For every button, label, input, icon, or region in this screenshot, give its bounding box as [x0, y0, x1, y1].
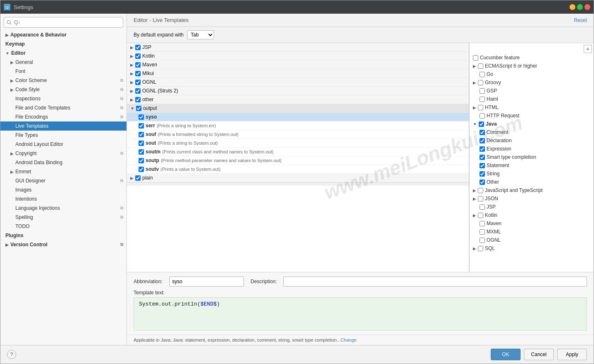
sidebar-item-version-control[interactable]: ▶ Version Control ⧉	[0, 240, 127, 249]
context-item-maven[interactable]: Maven	[470, 219, 594, 228]
context-checkbox-jsp[interactable]	[480, 204, 485, 210]
context-checkbox-ecmascript6[interactable]	[478, 63, 483, 69]
context-item-html[interactable]: ▶ HTML	[470, 103, 594, 112]
context-checkbox-maven[interactable]	[480, 221, 485, 226]
context-item-kotlin[interactable]: ▶ Kotlin	[470, 211, 594, 219]
context-item-other-java[interactable]: Other	[470, 178, 594, 186]
sidebar-item-font[interactable]: Font	[0, 67, 127, 76]
sidebar-item-android-layout-editor[interactable]: Android Layout Editor	[0, 140, 127, 149]
context-item-cucumber[interactable]: Cucumber feature	[470, 43, 594, 62]
context-item-comment[interactable]: Comment	[470, 128, 594, 136]
template-item-syso[interactable]: syso	[127, 113, 469, 121]
template-group-other[interactable]: ▶ other	[127, 95, 469, 104]
sidebar-item-plugins[interactable]: Plugins	[0, 231, 127, 240]
template-checkbox-serr[interactable]	[139, 123, 144, 129]
group-checkbox-ognl-struts2[interactable]	[135, 88, 141, 94]
template-item-souf[interactable]: souf (Prints a formatted string to Syste…	[127, 130, 469, 139]
context-item-javascript-ts[interactable]: ▶ JavaScript and TypeScript	[470, 186, 594, 194]
template-code-area[interactable]: System.out.println($END$)	[134, 297, 587, 330]
help-button[interactable]: ?	[7, 350, 16, 359]
context-item-jsp[interactable]: JSP	[470, 203, 594, 211]
context-checkbox-declaration[interactable]	[480, 138, 485, 143]
sidebar-item-file-types[interactable]: File Types	[0, 131, 127, 140]
template-group-output[interactable]: ▼ output	[127, 104, 469, 113]
apply-button[interactable]: Apply	[557, 349, 587, 360]
sidebar-item-language-injections[interactable]: Language Injections ⧉	[0, 204, 127, 213]
group-checkbox-mlkui[interactable]	[135, 71, 141, 76]
group-checkbox-other[interactable]	[135, 97, 141, 102]
sidebar-item-file-encodings[interactable]: File Encodings ⧉	[0, 112, 127, 121]
template-item-sout[interactable]: sout (Prints a string to System.out)	[127, 139, 469, 148]
context-item-java[interactable]: ▼ Java	[470, 120, 594, 128]
sidebar-item-todo[interactable]: TODO	[0, 222, 127, 231]
template-item-serr[interactable]: serr (Prints a string to System.err)	[127, 121, 469, 130]
context-item-declaration[interactable]: Declaration	[470, 136, 594, 145]
template-checkbox-soutm[interactable]	[139, 149, 144, 155]
context-checkbox-smart-type[interactable]	[480, 155, 485, 160]
sidebar-item-live-templates[interactable]: Live Templates	[0, 121, 127, 131]
context-item-gsp[interactable]: GSP	[470, 87, 594, 95]
sidebar-item-copyright[interactable]: ▶ Copyright ⧉	[0, 149, 127, 158]
context-item-string[interactable]: String	[470, 170, 594, 178]
sidebar-item-keymap[interactable]: Keymap	[0, 39, 127, 49]
template-group-mlkui[interactable]: ▶ Mlkui	[127, 69, 469, 78]
template-group-ognl-struts2[interactable]: ▶ OGNL (Struts 2)	[127, 87, 469, 95]
ok-button[interactable]: OK	[491, 349, 521, 360]
sidebar-item-inspections[interactable]: Inspections ⧉	[0, 94, 127, 103]
context-checkbox-mxml[interactable]	[480, 229, 485, 235]
template-group-ognl[interactable]: ▶ OGNL	[127, 78, 469, 87]
context-item-json[interactable]: ▶ JSON	[470, 194, 594, 203]
template-item-soutp[interactable]: soutp (Prints method parameter names and…	[127, 156, 469, 165]
context-checkbox-string[interactable]	[480, 171, 485, 177]
context-checkbox-haml[interactable]	[480, 97, 485, 102]
context-checkbox-sql[interactable]	[478, 246, 483, 251]
template-checkbox-souf[interactable]	[139, 132, 144, 137]
context-checkbox-http-request[interactable]	[480, 113, 485, 119]
template-group-kotlin[interactable]: ▶ Kotlin	[127, 52, 469, 61]
context-item-groovy[interactable]: ▶ Groovy	[470, 78, 594, 87]
group-checkbox-jsp[interactable]	[135, 45, 141, 50]
sidebar-item-gui-designer[interactable]: GUI Designer ⧉	[0, 176, 127, 185]
sidebar-item-emmet[interactable]: ▶ Emmet	[0, 167, 127, 176]
context-checkbox-javascript-ts[interactable]	[478, 188, 483, 193]
template-checkbox-soutv[interactable]	[139, 167, 144, 172]
sidebar-item-images[interactable]: Images	[0, 185, 127, 194]
sidebar-item-spelling[interactable]: Spelling ⧉	[0, 213, 127, 222]
abbreviation-input[interactable]	[169, 277, 244, 286]
context-item-expression[interactable]: Expression	[470, 145, 594, 153]
sidebar-item-color-scheme[interactable]: ▶ Color Scheme ⧉	[0, 76, 127, 85]
maximize-button[interactable]	[577, 4, 583, 10]
group-checkbox-ognl[interactable]	[135, 80, 141, 85]
sidebar-item-editor[interactable]: ▼ Editor	[0, 49, 127, 58]
group-checkbox-kotlin[interactable]	[135, 53, 141, 59]
context-checkbox-html[interactable]	[478, 105, 483, 110]
template-group-jsp[interactable]: ▶ JSP	[127, 43, 469, 52]
add-context-button[interactable]: +	[584, 45, 592, 53]
context-item-haml[interactable]: Haml	[470, 95, 594, 103]
context-item-smart-type[interactable]: Smart type completion	[470, 153, 594, 161]
sidebar-item-android-data-binding[interactable]: Android Data Binding	[0, 158, 127, 167]
context-checkbox-cucumber[interactable]	[473, 55, 478, 61]
minimize-button[interactable]	[570, 4, 575, 10]
context-checkbox-java[interactable]	[479, 121, 484, 127]
context-checkbox-go[interactable]	[480, 72, 485, 77]
template-checkbox-syso[interactable]	[139, 114, 144, 120]
reset-button[interactable]: Reset	[574, 17, 587, 23]
close-button[interactable]	[584, 4, 590, 10]
change-link[interactable]: Change	[341, 337, 357, 342]
sidebar-item-appearance-behavior[interactable]: ▶ Appearance & Behavior	[0, 30, 127, 39]
context-checkbox-comment[interactable]	[480, 130, 485, 135]
cancel-button[interactable]: Cancel	[524, 349, 554, 360]
template-checkbox-sout[interactable]	[139, 141, 144, 146]
group-checkbox-maven[interactable]	[135, 62, 141, 68]
template-group-maven[interactable]: ▶ Maven	[127, 61, 469, 69]
context-checkbox-gsp[interactable]	[480, 88, 485, 94]
context-item-ecmascript6[interactable]: ▶ ECMAScript 6 or higher	[470, 62, 594, 70]
context-checkbox-expression[interactable]	[480, 146, 485, 152]
template-checkbox-soutp[interactable]	[139, 158, 144, 163]
context-checkbox-other-java[interactable]	[480, 180, 485, 185]
group-checkbox-plain[interactable]	[135, 175, 141, 181]
horizontal-scrollbar[interactable]	[127, 182, 469, 186]
sidebar-item-intentions[interactable]: Intentions	[0, 194, 127, 204]
context-checkbox-ognl[interactable]	[480, 238, 485, 243]
